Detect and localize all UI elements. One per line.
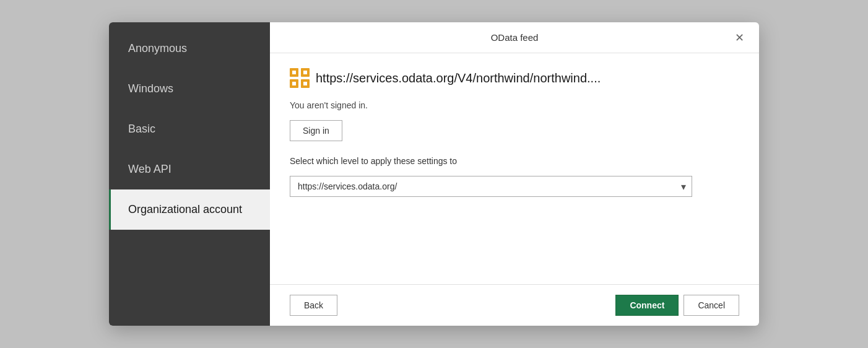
sidebar-item-anonymous[interactable]: Anonymous [109, 28, 270, 69]
footer-left: Back [290, 295, 337, 316]
svg-rect-7 [303, 82, 307, 85]
url-row: https://services.odata.org/V4/northwind/… [290, 68, 739, 88]
level-select-wrapper: https://services.odata.org/ [290, 176, 692, 197]
svg-rect-6 [292, 82, 296, 85]
sign-in-button[interactable]: Sign in [290, 120, 342, 141]
level-label: Select which level to apply these settin… [290, 156, 739, 166]
svg-rect-4 [292, 71, 296, 74]
close-button[interactable]: ✕ [730, 30, 749, 46]
not-signed-in-text: You aren't signed in. [290, 100, 739, 110]
content-area: https://services.odata.org/V4/northwind/… [270, 53, 759, 284]
connect-button[interactable]: Connect [615, 295, 679, 316]
dialog: Anonymous Windows Basic Web API Organiza… [109, 22, 759, 326]
odata-icon [290, 68, 310, 88]
dialog-header: OData feed ✕ [270, 22, 759, 53]
url-display: https://services.odata.org/V4/northwind/… [316, 71, 601, 85]
cancel-button[interactable]: Cancel [684, 295, 739, 316]
level-select[interactable]: https://services.odata.org/ [290, 176, 692, 197]
sidebar-item-org-account[interactable]: Organizational account [109, 189, 270, 230]
footer: Back Connect Cancel [270, 284, 759, 326]
sidebar-item-basic[interactable]: Basic [109, 109, 270, 149]
dialog-title: OData feed [491, 32, 539, 43]
sidebar: Anonymous Windows Basic Web API Organiza… [109, 22, 270, 326]
back-button[interactable]: Back [290, 295, 337, 316]
footer-right: Connect Cancel [615, 295, 739, 316]
sidebar-item-webapi[interactable]: Web API [109, 149, 270, 189]
svg-rect-5 [303, 71, 307, 74]
sidebar-item-windows[interactable]: Windows [109, 69, 270, 109]
main-panel: OData feed ✕ https://services.odata.org/… [270, 22, 759, 326]
